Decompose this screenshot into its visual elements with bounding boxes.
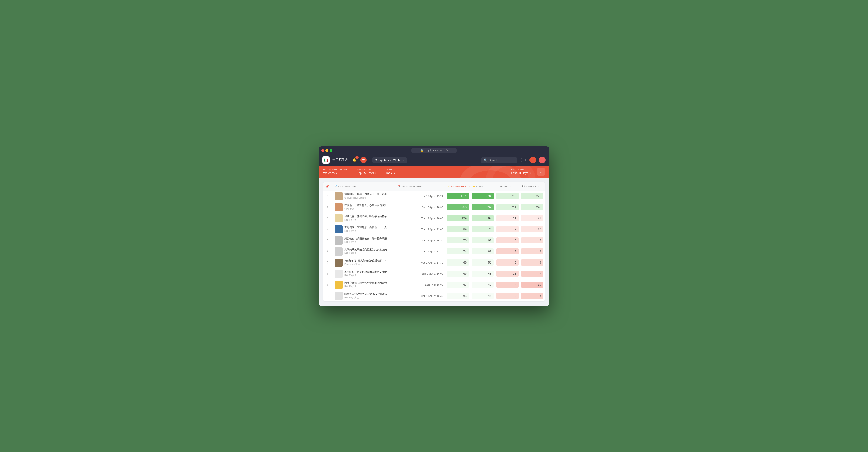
chevron-down-icon: ▾ xyxy=(530,172,531,174)
plus-icon: + xyxy=(532,158,534,162)
published-date: Tue 19 Apr at 20:00 xyxy=(396,217,445,220)
user-avatar[interactable]: W xyxy=(360,157,367,163)
post-info: 率性活力，蓄势待发。@汪佳辰 佩戴Laureato... GP芝柏表 xyxy=(344,204,390,211)
post-thumbnail xyxy=(335,270,343,278)
reposts-value: 214 xyxy=(495,203,520,211)
chevron-down-icon: ▾ xyxy=(403,159,404,161)
chevron-down-icon: ▾ xyxy=(375,172,376,174)
reposts-value: 6 xyxy=(495,236,520,244)
competitor-group-label: COMPETITOR GROUP xyxy=(323,169,348,171)
row-rank: 10 xyxy=(323,294,332,297)
published-date: Tue 12 Apr at 23:00 xyxy=(396,228,445,231)
post-cell: 率性活力，蓄势待发。@汪佳辰 佩戴Laureato... GP芝柏表 xyxy=(332,202,396,213)
post-cell: 太阳光线效果的花朵图案为此表盘上的三种饰... ROLEX劳力士 xyxy=(332,246,396,257)
post-cell: 新款银色花朵图案表盘。部分花卉采用劳力士首... ROLEX劳力士 xyxy=(332,235,396,246)
row-rank: 6 xyxy=(323,250,332,253)
engagement-value: 74 xyxy=(445,248,470,255)
comments-value: 10 xyxy=(520,225,545,233)
alert-button[interactable]: ! xyxy=(539,157,546,163)
comments-value: 9 xyxy=(520,248,545,255)
download-button[interactable]: ↓ xyxy=(537,168,545,175)
published-date: Sat 16 Apr at 18:30 xyxy=(396,206,445,208)
notification-button[interactable]: 🔔 5 xyxy=(351,157,358,163)
comments-value: 5 xyxy=(520,292,545,300)
post-author: ROLEX劳力士 xyxy=(344,230,390,233)
post-info: 向航空致敬，新一代空中霸王型的表壳经重新设... ROLEX劳力士 xyxy=(344,281,390,288)
reposts-value: 11 xyxy=(495,270,520,278)
url-text: app.kawo.com xyxy=(425,149,442,152)
post-author: ROLEX劳力士 xyxy=(344,252,390,255)
download-icon: ↓ xyxy=(540,170,542,174)
engagement-icon: ⚡ xyxy=(447,185,450,187)
post-thumbnail xyxy=(335,248,343,256)
table-row[interactable]: 8 五彩缤纷。天蓝色花朵图案表盘，璀璨钻石犹如... ROLEX劳力士 Sun … xyxy=(323,268,545,279)
likes-value: 97 xyxy=(470,214,495,222)
table-row[interactable]: 4 五彩缤纷，闪耀诗意，焕新魅力。令人惊艳的新... ROLEX劳力士 Tue … xyxy=(323,224,545,235)
reposts-value: 2 xyxy=(495,248,520,255)
table-row[interactable]: 1 清风明月一年年，匆匆值此一刻。愿少年依旧... 机家JaegerLeCoul… xyxy=(323,191,545,202)
table-row[interactable]: 6 太阳光线效果的花朵图案为此表盘上的三种饰... ROLEX劳力士 Fri 2… xyxy=(323,246,545,257)
th-comments[interactable]: 💬 COMMENTS xyxy=(520,185,545,187)
post-author: ROLEX劳力士 xyxy=(344,285,390,288)
likes-value: 40 xyxy=(470,281,495,289)
fullscreen-button[interactable] xyxy=(330,149,332,152)
add-button[interactable]: + xyxy=(529,157,536,163)
engagement-value: 129 xyxy=(445,214,470,222)
table-row[interactable]: 5 新款银色花朵图案表盘。部分花卉采用劳力士首... ROLEX劳力士 Sun … xyxy=(323,235,545,246)
url-bar[interactable]: 🔒 app.kawo.com ↻ xyxy=(411,148,457,153)
row-rank: 4 xyxy=(323,228,332,231)
layout-filter[interactable]: LAYOUT Table ▾ xyxy=(381,169,400,175)
search-input[interactable]: 🔍 Search xyxy=(481,157,517,163)
layout-value: Table xyxy=(385,171,393,175)
published-date: Last Fri at 18:00 xyxy=(396,283,445,286)
post-thumbnail xyxy=(335,192,343,200)
date-range-value: Last 30 Days xyxy=(511,171,528,175)
table-row[interactable]: 9 向航空致敬，新一代空中霸王型的表壳经重新设... ROLEX劳力士 Last… xyxy=(323,279,545,290)
engagement-value: 63 xyxy=(445,281,470,289)
bell-icon: 🔔 xyxy=(352,158,356,162)
displaying-label: DISPLAYING xyxy=(357,169,376,171)
close-button[interactable] xyxy=(321,149,324,152)
alert-icon: ! xyxy=(542,158,543,162)
chevron-down-icon: ▾ xyxy=(394,172,395,174)
comments-value: 9 xyxy=(520,259,545,266)
competitor-selector[interactable]: Competitors / Weibo ▾ xyxy=(372,157,407,163)
brand-name: 圭里尼手表 xyxy=(332,158,348,162)
reload-icon[interactable]: ↻ xyxy=(446,149,448,152)
post-title: 隆重推出钝式恒动日志型 31，搭配令人惊艳的... xyxy=(344,292,390,296)
published-date: Mon 11 Apr at 18:30 xyxy=(396,294,445,297)
post-info: 隆重推出钝式恒动日志型 31，搭配令人惊艳的... ROLEX劳力士 xyxy=(344,292,390,299)
layout-label: LAYOUT xyxy=(385,169,395,171)
published-date: Fri 29 Apr at 17:30 xyxy=(396,250,445,253)
post-info: 五彩缤纷，闪耀诗意，焕新魅力。令人惊艳的新... ROLEX劳力士 xyxy=(344,226,390,233)
help-button[interactable]: ? xyxy=(520,157,527,163)
comments-value: 245 xyxy=(520,203,545,211)
date-range-label: DATE RANGE xyxy=(511,169,531,171)
th-reposts[interactable]: ↩ REPOSTS xyxy=(495,185,520,187)
th-pin: 📌 xyxy=(323,185,332,188)
table-row[interactable]: 10 隆重推出钝式恒动日志型 31，搭配令人惊艳的... ROLEX劳力士 Mo… xyxy=(323,290,545,301)
row-rank: 7 xyxy=(323,261,332,264)
th-likes[interactable]: 👍 LIKES xyxy=(470,185,495,187)
table-row[interactable]: 2 率性活力，蓄势待发。@汪佳辰 佩戴Laureato... GP芝柏表 Sat… xyxy=(323,202,545,213)
repost-icon: ↩ xyxy=(497,185,499,187)
post-cell: 向航空致敬，新一代空中霸王型的表壳经重新设... ROLEX劳力士 xyxy=(332,279,396,290)
date-range-filter[interactable]: DATE RANGE Last 30 Days ▾ xyxy=(507,169,534,175)
comments-value: 275 xyxy=(520,192,545,200)
post-title: 率性活力，蓄势待发。@汪佳辰 佩戴Laureato... xyxy=(344,204,390,207)
post-title: 五彩缤纷。天蓝色花朵图案表盘，璀璨钻石犹如... xyxy=(344,270,390,273)
table-row[interactable]: 3 经典之作，盛装归来。哑光修饰的花朵图案为此... ROLEX劳力士 Tue … xyxy=(323,213,545,224)
competitor-group-filter[interactable]: COMPETITOR GROUP Watches ▾ xyxy=(323,169,352,175)
table-row[interactable]: 7 #自由饰我# 进入焦糖棕的甜蜜空间，#宝诗龙Q... Boucheron宝诗… xyxy=(323,257,545,268)
minimize-button[interactable] xyxy=(326,149,328,152)
post-info: 经典之作，盛装归来。哑光修饰的花朵图案为此... ROLEX劳力士 xyxy=(344,215,390,222)
competitor-label: Competitors / Weibo xyxy=(375,158,401,162)
brand-logo: 🇮🇹 xyxy=(322,156,330,164)
th-engagement[interactable]: ⚡ ENGAGEMENT ▼ xyxy=(445,185,470,188)
filter-bar: COMPETITOR GROUP Watches ▾ DISPLAYING To… xyxy=(319,166,549,177)
displaying-filter[interactable]: DISPLAYING Top 25 Posts ▾ xyxy=(352,169,381,175)
post-author: ROLEX劳力士 xyxy=(344,219,390,222)
published-date: Sun 24 Apr at 16:30 xyxy=(396,239,445,242)
engagement-value: 66 xyxy=(445,270,470,278)
post-title: 五彩缤纷，闪耀诗意，焕新魅力。令人惊艳的新... xyxy=(344,226,390,229)
